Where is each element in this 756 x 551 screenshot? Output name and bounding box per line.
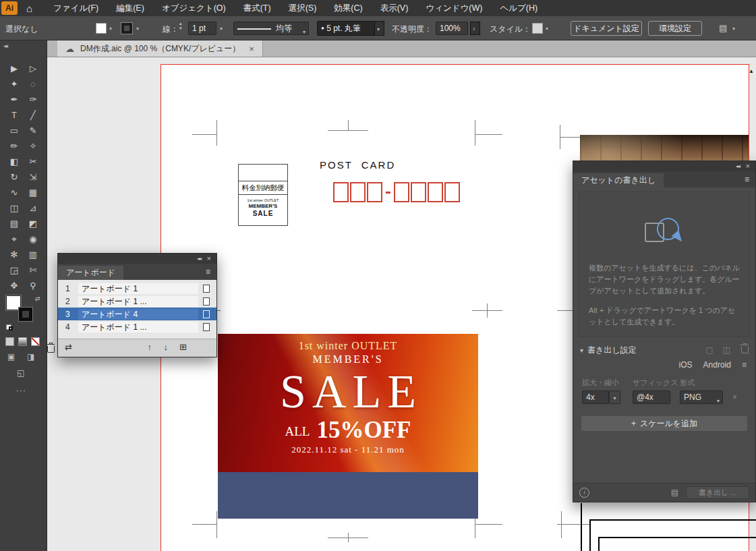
photo-fragment[interactable] bbox=[580, 135, 749, 163]
アートボード 1[interactable]: 1 アートボード 1 bbox=[58, 282, 216, 295]
menu-item[interactable]: 表示(V) bbox=[372, 0, 417, 16]
shaper-tool[interactable]: ✧ bbox=[24, 138, 42, 154]
stroke-weight-stepper[interactable]: ▴▾ bbox=[179, 21, 182, 30]
artboard-page-icon[interactable] bbox=[203, 285, 210, 293]
scroll-up-arrow[interactable]: ▲ bbox=[749, 68, 754, 74]
document-setup-button[interactable]: ドキュメント設定 bbox=[571, 21, 642, 36]
pen-tool[interactable]: ✒ bbox=[5, 92, 24, 107]
gradient-mode-button[interactable] bbox=[18, 337, 27, 346]
graph-tool[interactable]: ▥ bbox=[24, 247, 42, 262]
slice-tool[interactable]: ✄ bbox=[24, 262, 42, 278]
add-scale-button[interactable]: + スケールを追加 bbox=[581, 416, 747, 431]
preferences-button[interactable]: 環境設定 bbox=[648, 21, 702, 36]
eraser-tool[interactable]: ◧ bbox=[5, 154, 24, 169]
stroke-color-swatch[interactable] bbox=[121, 23, 132, 34]
list-view-icon[interactable]: ≡ bbox=[742, 360, 747, 370]
home-icon[interactable]: ⌂ bbox=[26, 3, 32, 14]
edit-toolbar-icon[interactable]: ··· bbox=[16, 386, 26, 395]
delete-artboard-icon[interactable] bbox=[47, 346, 55, 353]
curvature-tool[interactable]: ✑ bbox=[24, 92, 42, 107]
draw-behind-mode-icon[interactable]: ◨ bbox=[27, 352, 34, 361]
direct-selection-tool[interactable]: ▷ bbox=[24, 61, 42, 76]
selection-tool[interactable]: ▶ bbox=[5, 61, 24, 76]
export-selection-icon[interactable]: ▢ bbox=[705, 345, 713, 355]
asset-drop-zone[interactable]: 複数のアセットを生成するには、このパネルにアートワークをドラッグします。各グルー… bbox=[579, 192, 750, 337]
opacity-input[interactable]: 100% bbox=[436, 22, 468, 35]
screen-mode-icon[interactable]: ◱ bbox=[17, 368, 24, 378]
close-panel-icon[interactable]: × bbox=[746, 162, 750, 170]
remove-scale-icon[interactable]: × bbox=[732, 393, 737, 402]
sale-banner-artwork[interactable]: 1st winter OUTLET MEMBER'S SALE ALL15%OF… bbox=[218, 334, 478, 519]
free-transform-tool[interactable]: ▦ bbox=[24, 185, 42, 200]
delete-setting-icon[interactable] bbox=[741, 347, 749, 353]
rearrange-artboards-icon[interactable]: ⇄ bbox=[65, 343, 72, 351]
move-down-icon[interactable]: ↓ bbox=[164, 343, 169, 351]
opacity-options-button[interactable]: › bbox=[470, 22, 480, 35]
artboard-name[interactable]: アートボード 4 bbox=[78, 309, 198, 320]
type-tool[interactable]: T bbox=[5, 107, 24, 123]
panel-menu-icon[interactable]: ≡ bbox=[745, 175, 749, 184]
chevron-down-icon[interactable]: ▾ bbox=[717, 395, 720, 407]
アートボード 1 ...[interactable]: 2 アートボード 1 ... bbox=[58, 295, 216, 308]
perspective-grid-tool[interactable]: ⊿ bbox=[24, 200, 42, 216]
gradient-tool[interactable]: ◩ bbox=[24, 216, 42, 231]
color-mode-button[interactable] bbox=[5, 337, 14, 346]
panel-options-icon[interactable]: ▤ bbox=[719, 23, 727, 33]
menu-item[interactable]: 編集(E) bbox=[107, 0, 153, 16]
document-tab[interactable]: ☁ DM作成.aic @ 100 %（CMYK/プレビュー） × bbox=[57, 40, 263, 57]
panel-menu-icon[interactable]: ≡ bbox=[206, 267, 210, 277]
export-panel-icon[interactable]: ▤ bbox=[671, 488, 678, 497]
new-artboard-icon[interactable]: ⊞ bbox=[179, 343, 187, 351]
hand-tool[interactable]: ✥ bbox=[5, 278, 24, 293]
artboards-panel-tab[interactable]: アートボード bbox=[58, 266, 123, 280]
ios-preset-button[interactable]: iOS bbox=[679, 360, 693, 370]
symbol-sprayer-tool[interactable]: ✻ bbox=[5, 247, 24, 262]
brush-dropdown-button[interactable]: ▾ bbox=[374, 21, 384, 36]
illustrator-logo-icon[interactable]: Ai bbox=[1, 1, 18, 15]
rotate-tool[interactable]: ↻ bbox=[5, 169, 24, 185]
generate-assets-icon[interactable]: ◫ bbox=[723, 345, 730, 355]
swap-fill-stroke-icon[interactable]: ⇄ bbox=[35, 295, 40, 302]
アートボード 1 ...[interactable]: 4 アートボード 1 ... bbox=[58, 320, 216, 333]
mesh-tool[interactable]: ▤ bbox=[5, 216, 24, 231]
brush-select[interactable]: ● 5 pt. 丸筆 bbox=[317, 21, 375, 36]
scale-dropdown-button[interactable]: ▾ bbox=[609, 390, 620, 404]
android-preset-button[interactable]: Android bbox=[703, 360, 731, 370]
rectangle-tool[interactable]: ▭ bbox=[5, 123, 24, 138]
stroke-profile-select[interactable]: 均等 ▾ bbox=[233, 22, 309, 35]
artboard-tool[interactable]: ◲ bbox=[5, 262, 24, 278]
default-fill-stroke-icon[interactable] bbox=[6, 324, 14, 331]
shape-builder-tool[interactable]: ◫ bbox=[5, 200, 24, 216]
menu-item[interactable]: ヘルプ(H) bbox=[491, 0, 546, 16]
scissors-tool[interactable]: ✂ bbox=[24, 154, 42, 169]
postage-paid-mark[interactable]: 料金別納郵便 1st winter OUTLET MEMBER'S SALE bbox=[238, 164, 288, 226]
export-button[interactable]: 書き出し ... bbox=[686, 486, 749, 499]
chevron-down-icon[interactable]: ▾ bbox=[220, 26, 223, 32]
format-select[interactable]: PNG ▾ bbox=[680, 390, 723, 404]
menu-item[interactable]: 選択(S) bbox=[280, 0, 326, 16]
eyedropper-tool[interactable]: ⌖ bbox=[5, 231, 24, 247]
artboard-page-icon[interactable] bbox=[203, 323, 210, 331]
disclosure-triangle-icon[interactable]: ▾ bbox=[580, 347, 583, 354]
chevron-down-icon[interactable]: ▾ bbox=[136, 26, 139, 32]
chevron-down-icon[interactable]: ▾ bbox=[546, 26, 548, 32]
postal-code-boxes[interactable] bbox=[333, 182, 460, 202]
artboard-page-icon[interactable] bbox=[203, 310, 210, 318]
info-icon[interactable]: i bbox=[579, 488, 589, 498]
collapse-panel-icon[interactable]: ◂◂ bbox=[736, 163, 740, 169]
stroke-color-indicator[interactable] bbox=[19, 308, 32, 321]
menu-item[interactable]: ウィンドウ(W) bbox=[417, 0, 491, 16]
postcard-title-text[interactable]: POST CARD bbox=[320, 159, 395, 171]
close-panel-icon[interactable]: × bbox=[207, 254, 211, 262]
chevron-down-icon[interactable]: ▾ bbox=[109, 26, 112, 32]
アートボード 4[interactable]: 3 アートボード 4 bbox=[58, 308, 216, 320]
scale-tool[interactable]: ⇲ bbox=[24, 169, 42, 185]
chevron-down-icon[interactable]: ▾ bbox=[303, 26, 306, 38]
lasso-tool[interactable]: ◌ bbox=[24, 76, 42, 92]
close-tab-icon[interactable]: × bbox=[249, 44, 254, 54]
artboard-page-icon[interactable] bbox=[203, 297, 210, 306]
fill-color-swatch[interactable] bbox=[96, 23, 107, 34]
artboard-name[interactable]: アートボード 1 bbox=[78, 283, 198, 294]
scale-input[interactable]: 4x bbox=[582, 390, 609, 404]
suffix-input[interactable]: @4x bbox=[633, 390, 670, 404]
